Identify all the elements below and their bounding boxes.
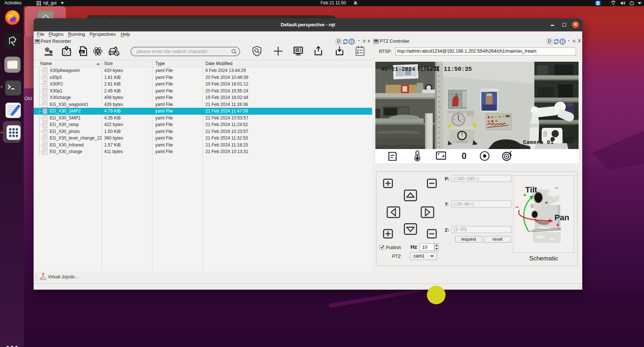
svg-text:−: − [527,228,531,235]
svg-text:+: + [556,221,560,228]
svg-text:0: 0 [462,151,466,161]
svg-text:Camera 01: Camera 01 [523,139,554,146]
svg-text:−: − [515,204,519,211]
svg-text:Tilt: Tilt [525,185,537,194]
svg-text:02-21-2024: 02-21-2024 [381,66,415,73]
svg-text:?: ? [561,39,564,44]
svg-text:11:50:35: 11:50:35 [444,66,472,73]
svg-text:Pan: Pan [554,213,569,222]
svg-text:?: ? [351,39,353,44]
svg-text:+: + [523,191,527,198]
svg-text:AV: AV [80,51,84,53]
